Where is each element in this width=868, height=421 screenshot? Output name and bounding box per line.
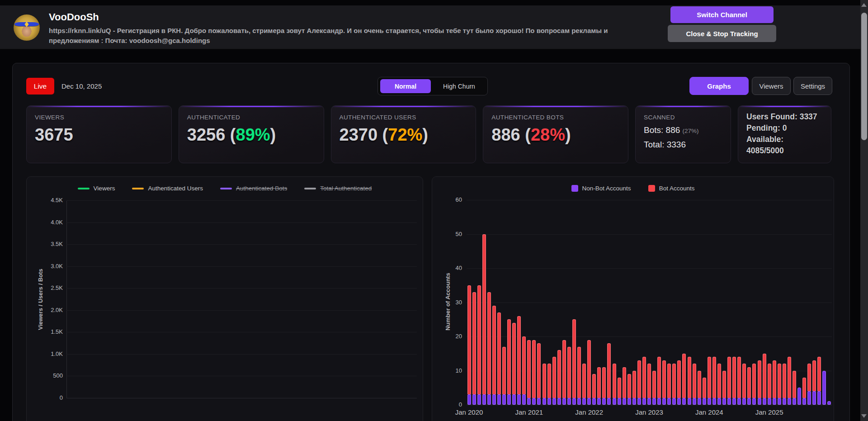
bar-segment-nonbot xyxy=(582,398,586,405)
pending-line: Pending: 0 xyxy=(746,123,823,134)
bar-segment-bot xyxy=(788,357,791,398)
bar-segment-bot xyxy=(712,357,716,398)
bar-chart-plot: 0102030405060Jan 2020Jan 2021Jan 2022Jan… xyxy=(432,177,834,421)
bar-segment-bot xyxy=(542,364,546,398)
bar-segment-bot xyxy=(773,360,776,398)
tab-viewers[interactable]: Viewers xyxy=(752,77,791,95)
bar-segment-nonbot xyxy=(587,398,591,405)
bar-segment-nonbot xyxy=(677,398,681,405)
bar-segment-bot xyxy=(532,340,536,398)
bar-segment-nonbot xyxy=(802,398,806,405)
bar-segment-nonbot xyxy=(562,398,566,405)
page-scrollbar[interactable] xyxy=(860,0,868,421)
gridline xyxy=(66,332,417,332)
stat-label: VIEWERS xyxy=(35,114,163,121)
close-stop-tracking-button[interactable]: Close & Stop Tracking xyxy=(668,25,776,42)
bar-segment-bot xyxy=(547,364,551,398)
bar-segment-nonbot xyxy=(768,398,771,405)
bar-segment-nonbot xyxy=(467,394,471,405)
bar-segment-nonbot xyxy=(613,398,616,405)
y-tick-label: 500 xyxy=(39,372,63,379)
y-tick-label: 10 xyxy=(444,367,462,374)
stream-date: Dec 10, 2025 xyxy=(61,82,102,90)
bar-segment-nonbot xyxy=(773,398,776,405)
stat-value: 3256 89% xyxy=(187,125,316,145)
gridline xyxy=(467,234,832,235)
tab-settings[interactable]: Settings xyxy=(793,77,832,95)
channel-avatar xyxy=(14,14,40,41)
bar-segment-nonbot xyxy=(572,398,576,405)
accounts-bar-chart-panel: Non-Bot AccountsBot Accounts Number of A… xyxy=(432,176,834,421)
bar-segment-bot xyxy=(662,360,666,398)
y-tick-label: 1.0K xyxy=(39,350,63,357)
gridline xyxy=(66,244,417,245)
bar-segment-nonbot xyxy=(627,398,631,405)
bar-segment-bot xyxy=(698,371,701,398)
y-tick-label: 3.0K xyxy=(39,263,63,270)
bar-segment-bot xyxy=(758,360,761,398)
bar-segment-nonbot xyxy=(742,398,746,405)
churn-high-button[interactable]: High Churn xyxy=(431,79,487,93)
y-tick-label: 2.0K xyxy=(39,307,63,313)
bar-segment-nonbot xyxy=(812,391,816,405)
bar-segment-bot xyxy=(693,364,696,398)
bar-segment-nonbot xyxy=(577,398,581,405)
bar-segment-bot xyxy=(752,364,756,398)
bar-segment-bot xyxy=(647,364,651,398)
bar-segment-nonbot xyxy=(557,398,561,405)
stats-row: VIEWERS 3675 AUTHENTICATED 3256 89% AUTH… xyxy=(26,105,831,163)
bar-segment-nonbot xyxy=(527,398,531,405)
bar-segment-bot xyxy=(623,367,626,398)
bar-segment-nonbot xyxy=(758,398,761,405)
bar-segment-bot xyxy=(682,354,686,398)
bar-segment-bot xyxy=(742,364,746,398)
scroll-up-icon[interactable] xyxy=(861,3,867,7)
stat-card-viewers: VIEWERS 3675 xyxy=(26,105,172,163)
switch-channel-button[interactable]: Switch Channel xyxy=(670,6,774,23)
bar-segment-nonbot xyxy=(708,398,711,405)
bar-segment-nonbot xyxy=(623,398,626,405)
bar-segment-nonbot xyxy=(693,398,696,405)
bar-segment-bot xyxy=(812,360,816,391)
bar-segment-nonbot xyxy=(712,398,716,405)
bar-segment-nonbot xyxy=(637,398,641,405)
bar-segment-bot xyxy=(522,336,526,394)
stat-label: AUTHENTICATED BOTS xyxy=(491,114,620,121)
bar-segment-bot xyxy=(677,360,681,398)
bar-segment-bot xyxy=(618,378,621,398)
bar-segment-nonbot xyxy=(618,398,621,405)
bar-segment-nonbot xyxy=(807,391,811,405)
scrollbar-thumb[interactable] xyxy=(861,13,867,140)
churn-normal-button[interactable]: Normal xyxy=(380,79,431,93)
bar-segment-bot xyxy=(708,357,711,398)
stat-value: 886 28% xyxy=(491,125,620,145)
scroll-down-icon[interactable] xyxy=(861,414,867,418)
gridline xyxy=(66,222,417,223)
bar-segment-bot xyxy=(502,347,506,395)
bar-segment-nonbot xyxy=(722,398,726,405)
dashboard-panel: Live Dec 10, 2025 Normal High Churn Grap… xyxy=(12,63,850,421)
bar-segment-nonbot xyxy=(732,398,736,405)
bar-segment-bot xyxy=(807,364,811,391)
bar-segment-bot xyxy=(597,367,601,398)
bar-segment-nonbot xyxy=(797,388,801,405)
users-found-line: Users Found: 3337 xyxy=(746,111,823,123)
bar-segment-bot xyxy=(642,357,646,398)
bar-segment-bot xyxy=(607,343,611,398)
bar-segment-nonbot xyxy=(703,398,706,405)
bar-segment-bot xyxy=(472,292,476,395)
bar-segment-nonbot xyxy=(497,394,501,405)
bar-segment-bot xyxy=(592,374,596,398)
viewers-line-chart-panel: ViewersAuthenticated UsersAuthenticated … xyxy=(26,176,423,421)
y-tick-label: 1.5K xyxy=(39,328,63,335)
tab-graphs[interactable]: Graphs xyxy=(689,77,749,95)
bar-segment-nonbot xyxy=(793,398,796,405)
bar-segment-bot xyxy=(552,357,556,398)
bar-segment-bot xyxy=(632,371,636,398)
bar-segment-bot xyxy=(672,364,676,398)
bar-segment-bot xyxy=(783,364,786,398)
y-tick-label: 2.5K xyxy=(39,284,63,291)
y-tick-label: 50 xyxy=(444,231,462,237)
scanned-bots-percent: (27%) xyxy=(683,128,699,134)
available-value-line: 4085/5000 xyxy=(746,145,823,156)
